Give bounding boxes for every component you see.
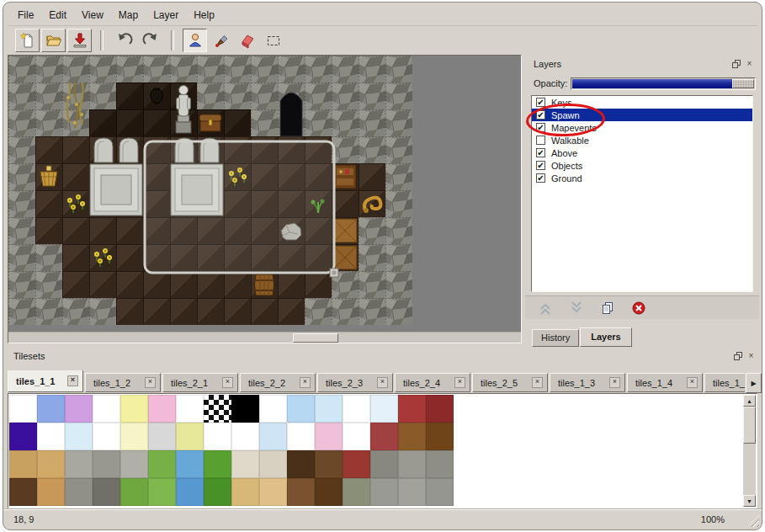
scroll-up-icon[interactable]: ▲: [743, 395, 756, 407]
float-panel-icon[interactable]: [732, 350, 743, 361]
palette-tile[interactable]: [370, 423, 398, 450]
layer-visibility-checkbox[interactable]: [536, 136, 545, 145]
palette-tile[interactable]: [259, 450, 287, 478]
map-horizontal-scrollbar[interactable]: [8, 332, 521, 343]
tileset-tab-tiles_2_3[interactable]: tiles_2_3×: [317, 373, 393, 392]
layer-row-keys[interactable]: ✔Keys: [532, 96, 752, 109]
palette-tile[interactable]: [287, 478, 315, 506]
palette-tile[interactable]: [231, 478, 259, 506]
palette-tile[interactable]: [37, 423, 65, 450]
tab-close-icon[interactable]: ×: [454, 377, 465, 388]
tileset-tab-tiles_1_4[interactable]: tiles_1_4×: [627, 373, 703, 392]
palette-tile[interactable]: [315, 395, 343, 423]
menu-item-edit[interactable]: Edit: [41, 8, 74, 23]
menu-item-layer[interactable]: Layer: [146, 8, 186, 23]
palette-tile[interactable]: [9, 450, 37, 478]
palette-tile[interactable]: [398, 478, 426, 506]
palette-tile[interactable]: [148, 395, 176, 423]
palette-tile[interactable]: [93, 395, 120, 423]
menu-item-file[interactable]: File: [10, 8, 41, 23]
save-button[interactable]: [67, 29, 92, 52]
place-character-tool-button[interactable]: [183, 29, 207, 52]
palette-tile[interactable]: [176, 478, 204, 506]
palette-tile[interactable]: [9, 423, 37, 450]
tab-close-icon[interactable]: ×: [300, 377, 311, 388]
tab-close-icon[interactable]: ×: [377, 377, 388, 388]
palette-tile[interactable]: [120, 395, 148, 423]
palette-tile[interactable]: [148, 450, 176, 478]
palette-tile[interactable]: [204, 478, 231, 506]
palette-tile[interactable]: [148, 478, 176, 506]
select-tool-button[interactable]: [261, 29, 285, 52]
palette-tile[interactable]: [65, 450, 93, 478]
tileset-tab-tiles_1_1[interactable]: tiles_1_1×: [8, 370, 83, 392]
tab-close-icon[interactable]: ×: [222, 377, 233, 388]
panel-tab-layers[interactable]: Layers: [580, 327, 631, 347]
palette-vertical-scrollbar[interactable]: ▲ ▼: [743, 395, 756, 507]
layer-row-spawn[interactable]: ✔Spawn: [532, 109, 752, 121]
open-button[interactable]: [41, 29, 66, 52]
float-panel-icon[interactable]: [730, 58, 741, 69]
palette-tile[interactable]: [343, 478, 370, 506]
palette-tile[interactable]: [287, 423, 315, 450]
close-panel-icon[interactable]: ×: [744, 58, 755, 69]
opacity-slider-handle[interactable]: [732, 79, 754, 88]
palette-tile[interactable]: [343, 395, 370, 423]
palette-tile[interactable]: [204, 450, 231, 478]
palette-tile[interactable]: [65, 423, 93, 450]
palette-tile[interactable]: [315, 450, 343, 478]
layer-visibility-checkbox[interactable]: ✔: [536, 110, 545, 120]
scroll-down-icon[interactable]: ▼: [743, 495, 756, 507]
palette-tile[interactable]: [204, 395, 231, 423]
palette-tile[interactable]: [176, 423, 204, 450]
layer-row-walkable[interactable]: Walkable: [532, 134, 752, 146]
layer-row-mapevents[interactable]: ✔Mapevents: [532, 121, 752, 134]
palette-tile[interactable]: [93, 423, 120, 450]
palette-tile[interactable]: [287, 450, 315, 478]
palette-tile[interactable]: [37, 395, 65, 423]
tab-close-icon[interactable]: ×: [145, 377, 156, 388]
tab-close-icon[interactable]: ×: [687, 377, 698, 388]
palette-tile[interactable]: [204, 423, 231, 450]
palette-tile[interactable]: [9, 478, 37, 506]
map-canvas[interactable]: [8, 56, 412, 325]
palette-tile[interactable]: [37, 450, 65, 478]
palette-tile[interactable]: [120, 478, 148, 506]
brush-tool-button[interactable]: [209, 29, 233, 52]
palette-tile[interactable]: [315, 478, 343, 506]
palette-tile[interactable]: [259, 395, 287, 423]
layer-visibility-checkbox[interactable]: ✔: [536, 98, 545, 107]
palette-tile[interactable]: [65, 395, 93, 423]
map-view[interactable]: [8, 55, 522, 343]
map-selection[interactable]: [145, 141, 338, 277]
palette-tile[interactable]: [370, 395, 398, 423]
resize-grip[interactable]: [747, 515, 759, 527]
layer-row-above[interactable]: ✔Above: [532, 146, 752, 159]
layer-delete-button[interactable]: [627, 298, 651, 318]
palette-tile[interactable]: [370, 478, 398, 506]
tab-scroll-right-button[interactable]: ▶: [746, 373, 762, 393]
palette-tile[interactable]: [176, 450, 204, 478]
tileset-tab-tiles_1_3[interactable]: tiles_1_3×: [550, 373, 625, 392]
palette-tile[interactable]: [398, 395, 426, 423]
palette-tile[interactable]: [231, 395, 259, 423]
menu-item-map[interactable]: Map: [111, 8, 146, 23]
tileset-tab-tiles_2_2[interactable]: tiles_2_2×: [240, 373, 316, 392]
palette-tile[interactable]: [231, 423, 259, 450]
redo-button[interactable]: [138, 29, 162, 52]
scrollbar-thumb[interactable]: [293, 333, 338, 343]
tileset-tab-tiles_2_5[interactable]: tiles_2_5×: [472, 373, 548, 392]
palette-tile[interactable]: [65, 478, 93, 506]
layer-row-objects[interactable]: ✔Objects: [532, 159, 752, 172]
eraser-tool-button[interactable]: [235, 29, 259, 52]
layer-visibility-checkbox[interactable]: ✔: [536, 173, 545, 183]
palette-tile[interactable]: [37, 478, 65, 506]
panel-tab-history[interactable]: History: [532, 329, 579, 347]
palette-tile[interactable]: [120, 450, 148, 478]
opacity-slider[interactable]: [571, 77, 756, 90]
layer-move-up-button[interactable]: [534, 298, 557, 318]
palette-tile[interactable]: [287, 395, 315, 423]
palette-tile[interactable]: [315, 423, 343, 450]
palette-tile[interactable]: [343, 450, 370, 478]
palette-tile[interactable]: [120, 423, 148, 450]
